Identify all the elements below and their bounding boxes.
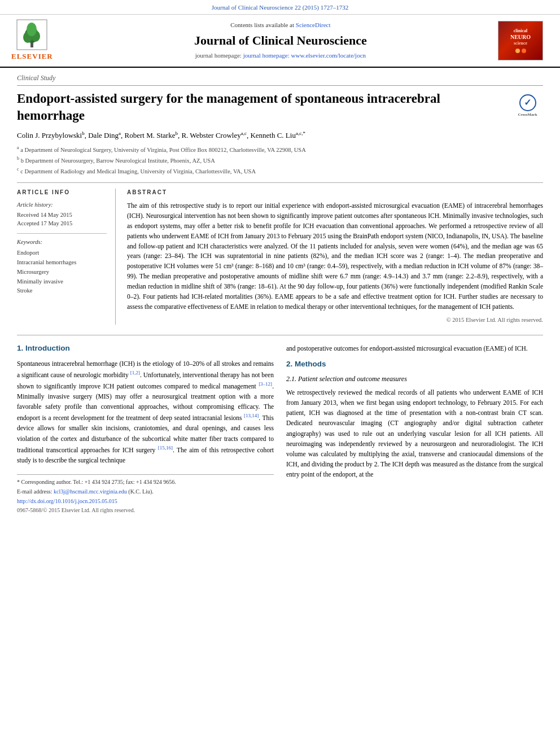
article-title-text: Endoport-assisted surgery for the manage…: [17, 91, 440, 123]
main-divider: [17, 335, 543, 335]
affiliation-b: b b Department of Neurosurgery, Barrow N…: [17, 155, 543, 165]
methods-title: 2. Methods: [286, 359, 543, 370]
author-ding: Dale Dinga: [88, 131, 121, 139]
crossmark-icon: ✓: [519, 94, 536, 111]
intro-continue-text: and postoperative outcomes for endoport-…: [286, 343, 543, 353]
keyword-stroke: Stroke: [17, 286, 107, 296]
author-crowley: R. Webster Crowleya,c: [181, 131, 246, 139]
sciencedirect-prefix: Contents lists available at: [230, 21, 294, 28]
footnote-corresponding: * Corresponding author. Tel.: +1 434 924…: [17, 478, 274, 486]
journal-logo-box: clinical NEURO science: [498, 21, 543, 60]
article-type-label: Clinical Study: [17, 68, 543, 86]
journal-header-center: Contents lists available at ScienceDirec…: [63, 21, 498, 60]
sciencedirect-link[interactable]: ScienceDirect: [296, 21, 331, 28]
page: Journal of Clinical Neuroscience 22 (201…: [0, 0, 560, 747]
keyword-microsurgery: Microsurgery: [17, 268, 107, 277]
authors-line: Colin J. Przybylowskib, Dale Dinga, Robe…: [17, 130, 543, 141]
keyword-endoport: Endoport: [17, 248, 107, 258]
methods-column: and postoperative outcomes for endoport-…: [286, 343, 543, 514]
elsevier-tree-icon: [16, 19, 47, 50]
footnote-email-link[interactable]: kcl3j@hscmail.mcc.virginia.edu: [54, 488, 127, 495]
journal-logo-text: clinical NEURO science: [510, 28, 531, 53]
top-citation-bar: Journal of Clinical Neuroscience 22 (201…: [0, 0, 560, 15]
journal-header-right: clinical NEURO science: [498, 21, 543, 60]
journal-header-left: ELSEVIER: [11, 19, 63, 62]
journal-homepage-line: journal homepage: journal homepage: www.…: [63, 51, 498, 60]
keyword-hemorrhages: Intracranial hemorrhages: [17, 258, 107, 268]
introduction-column: 1. Introduction Spontaneous intracerebra…: [17, 343, 274, 514]
received-date: Received 14 May 2015 Accepted 17 May 201…: [17, 211, 107, 228]
journal-homepage-link[interactable]: journal homepage: www.elsevier.com/locat…: [243, 52, 366, 59]
citation-text: Journal of Clinical Neuroscience 22 (201…: [212, 4, 349, 11]
elsevier-logo: ELSEVIER: [11, 19, 53, 62]
keywords-label: Keywords:: [17, 238, 107, 247]
author-starke: Robert M. Starkeb: [125, 131, 178, 139]
abstract-text: The aim of this retrospective study is t…: [127, 201, 543, 312]
article-info-abstract-section: Article Info Article history: Received 1…: [17, 182, 543, 325]
abstract-column: Abstract The aim of this retrospective s…: [127, 189, 543, 325]
main-body-section: 1. Introduction Spontaneous intracerebra…: [17, 343, 543, 514]
intro-text: Spontaneous intracerebral hemorrhage (IC…: [17, 359, 274, 465]
article-info-header: Article Info: [17, 189, 107, 196]
sciencedirect-line: Contents lists available at ScienceDirec…: [63, 21, 498, 29]
methods-text: We retrospectively reviewed the medical …: [286, 387, 543, 479]
footnote-email: E-mail address: kcl3j@hscmail.mcc.virgin…: [17, 488, 274, 496]
history-label: Article history:: [17, 201, 107, 209]
article-title: Endoport-assisted surgery for the manage…: [17, 90, 543, 124]
received-text: Received 14 May 2015: [17, 211, 107, 220]
article-info-column: Article Info Article history: Received 1…: [17, 189, 116, 325]
author-przybylowski: Colin J. Przybylowskib: [17, 131, 85, 139]
homepage-prefix: journal homepage:: [195, 52, 243, 59]
abstract-header: Abstract: [127, 189, 543, 196]
article-body: Clinical Study Endoport-assisted surgery…: [0, 68, 560, 526]
keyword-minimally-invasive: Minimally invasive: [17, 277, 107, 287]
affiliation-c: c c Department of Radiology and Medical …: [17, 166, 543, 176]
affiliation-a: a a Department of Neurological Surgery, …: [17, 145, 543, 154]
copyright-line: © 2015 Elsevier Ltd. All rights reserved…: [127, 316, 543, 325]
crossmark-label: CrossMark: [518, 112, 537, 117]
methods-subsection-title: 2.1. Patient selection and outcome measu…: [286, 374, 543, 384]
intro-title: 1. Introduction: [17, 343, 274, 354]
journal-header: ELSEVIER Contents lists available at Sci…: [0, 15, 560, 67]
accepted-text: Accepted 17 May 2015: [17, 220, 107, 228]
author-liu: Kenneth C. Liua,c,*: [250, 131, 305, 139]
affiliations: a a Department of Neurological Surgery, …: [17, 145, 543, 176]
elsevier-brand-text: ELSEVIER: [11, 51, 53, 62]
crossmark-badge[interactable]: ✓ CrossMark: [512, 93, 543, 119]
doi-link[interactable]: http://dx.doi.org/10.1016/j.jocn.2015.05…: [17, 497, 274, 505]
svg-point-4: [27, 23, 37, 36]
journal-title-header: Journal of Clinical Neuroscience: [63, 32, 498, 50]
issn-line: 0967-5868/© 2015 Elsevier Ltd. All right…: [17, 506, 274, 514]
footnote-area: * Corresponding author. Tel.: +1 434 924…: [17, 474, 274, 514]
